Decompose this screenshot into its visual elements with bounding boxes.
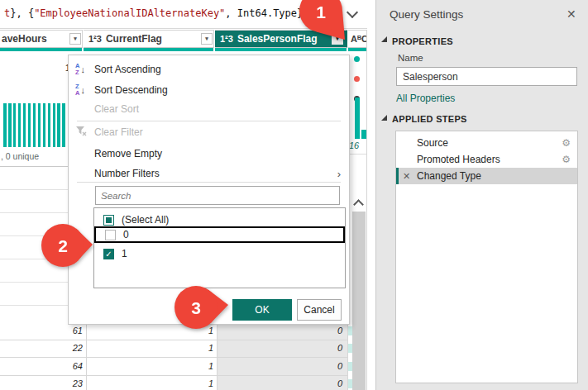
menu-item-number-filters[interactable]: Number Filters › (69, 164, 349, 183)
gridline (0, 357, 347, 358)
menu-item-remove-empty[interactable]: Remove Empty (69, 143, 349, 164)
table-cell[interactable]: 61 (0, 326, 83, 335)
value-distribution-bars (3, 103, 67, 147)
menu-item-clear-filter: Clear Filter (69, 122, 349, 141)
table-edge (366, 30, 367, 390)
section-expand-triangle-icon[interactable] (381, 115, 387, 121)
menu-item-sort-descending[interactable]: ZA↓ Sort Descending (69, 79, 349, 100)
table-cell[interactable]: 0 (218, 343, 342, 353)
filter-dropdown-icon[interactable]: ▾ (69, 33, 81, 45)
filter-dropdown-icon[interactable]: ▾ (201, 33, 213, 45)
formula-text: t}, {"EmployeeNationalIDAlternateKey", I… (4, 7, 308, 19)
table-cell[interactable]: 1 (87, 378, 213, 388)
valid-values-dot-icon (354, 56, 360, 62)
number-type-icon: 1²3 (220, 34, 233, 44)
unchecked-checkbox-icon[interactable] (105, 230, 116, 240)
filter-value-list: (Select All) 0 ✓ 1 (93, 207, 346, 288)
svg-text:3: 3 (191, 298, 201, 317)
column-stats-note: , 0 unique (1, 151, 39, 161)
submenu-arrow-icon: › (337, 168, 341, 180)
callout-3-badge: 3 (170, 284, 232, 332)
callout-1-badge: 1 (294, 0, 351, 51)
gridline (0, 212, 68, 213)
sort-descending-icon: ZA↓ (75, 83, 85, 96)
svg-text:1: 1 (316, 2, 326, 21)
filter-search-input[interactable] (95, 186, 340, 205)
ok-button[interactable]: OK (232, 299, 292, 321)
query-name-input[interactable] (396, 67, 577, 86)
table-cell[interactable]: 1 (87, 343, 213, 353)
gridline (0, 375, 347, 376)
filter-option-select-all[interactable]: (Select All) (94, 212, 345, 228)
column-header-label: aveHours (2, 33, 47, 45)
column-header-avehours[interactable]: aveHours ▾ (0, 30, 83, 48)
filter-option-1[interactable]: ✓ 1 (94, 245, 345, 262)
vertical-scrollbar-thumb[interactable] (352, 212, 366, 390)
gridline (0, 189, 68, 190)
table-cell[interactable]: 22 (0, 343, 83, 353)
gridline (217, 322, 218, 390)
panel-title: Query Settings (390, 8, 463, 21)
text-type-icon: AᴮC (351, 34, 367, 44)
step-source[interactable]: Source ⚙ (396, 135, 577, 151)
gridline (0, 282, 68, 283)
applied-steps-list: Source ⚙ Promoted Headers ⚙ ✕ Changed Ty… (395, 131, 578, 383)
table-cell[interactable]: 0 (218, 378, 342, 388)
gear-icon[interactable]: ⚙ (562, 154, 571, 165)
table-cell[interactable]: 23 (0, 378, 83, 388)
column-header-currentflag[interactable]: 1²3 CurrentFlag ▾ (84, 30, 214, 48)
gridline (0, 340, 347, 340)
table-cell[interactable]: 1 (87, 361, 213, 371)
applied-steps-section-header[interactable]: APPLIED STEPS (392, 114, 467, 124)
callout-2-badge: 2 (38, 220, 96, 271)
all-properties-link[interactable]: All Properties (396, 93, 455, 104)
sort-ascending-icon: AZ↓ (75, 63, 85, 75)
menu-item-clear-sort: Clear Sort (69, 100, 349, 118)
power-query-editor: t}, {"EmployeeNationalIDAlternateKey", I… (0, 0, 588, 390)
column-header-label: CurrentFlag (106, 33, 162, 45)
menu-item-sort-ascending[interactable]: AZ↓ Sort Ascending (69, 59, 349, 79)
table-cell[interactable]: 64 (0, 361, 83, 371)
step-changed-type[interactable]: ✕ Changed Type (396, 168, 577, 184)
gridline (0, 166, 68, 167)
delete-step-icon[interactable]: ✕ (403, 171, 410, 182)
value-distribution-bar (355, 98, 360, 139)
indeterminate-checkbox-icon[interactable] (103, 215, 114, 226)
clear-filter-icon (75, 126, 87, 139)
close-icon[interactable]: ✕ (566, 7, 576, 21)
number-type-icon: 1²3 (88, 34, 102, 44)
cancel-button[interactable]: Cancel (297, 299, 342, 321)
menu-separator (77, 182, 341, 183)
table-cell[interactable]: 0 (218, 361, 342, 371)
scrollbar-up-arrow-icon[interactable] (353, 199, 364, 210)
menu-separator (77, 121, 341, 121)
error-values-dot-icon (354, 76, 360, 82)
section-expand-triangle-icon[interactable] (381, 36, 387, 42)
column-quality-bar (0, 48, 82, 51)
query-settings-panel: Query Settings ✕ PROPERTIES Name All Pro… (375, 0, 588, 390)
properties-section-header[interactable]: PROPERTIES (392, 36, 453, 46)
distinct-count-label: 16 (349, 140, 359, 150)
filter-option-0[interactable]: 0 (94, 226, 345, 243)
step-promoted-headers[interactable]: Promoted Headers ⚙ (396, 151, 577, 168)
gridline (0, 305, 68, 306)
table-cell[interactable]: 0 (218, 326, 342, 335)
checked-checkbox-icon[interactable]: ✓ (103, 249, 114, 259)
gridline (350, 154, 366, 155)
gear-icon[interactable]: ⚙ (562, 137, 571, 149)
column-quality-bar (84, 48, 213, 51)
name-label: Name (398, 53, 423, 63)
svg-text:2: 2 (58, 236, 68, 255)
gridline (86, 322, 87, 390)
